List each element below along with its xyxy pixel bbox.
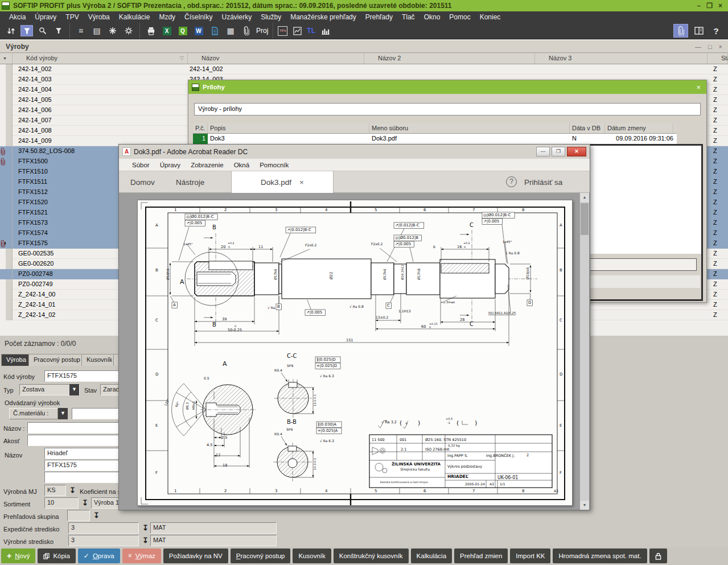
excel-export-icon[interactable]: X (161, 25, 173, 36)
column-header-1[interactable]: Kód výroby▽ (13, 53, 188, 64)
expedicne-stredisko-field[interactable]: 3 (68, 522, 139, 534)
column-header-3[interactable]: Názov 2 (364, 53, 535, 64)
sortiment-lookup-icon[interactable]: ↧ (82, 498, 88, 507)
tab-kusovnik[interactable]: Kusovník (81, 354, 117, 366)
child-minimize-button[interactable]: — (695, 43, 701, 50)
proj-button[interactable]: Proj (256, 27, 268, 35)
sign-in-link[interactable]: Prihlásiť sa (524, 171, 562, 193)
footer-button-po-iadavky-na-nv[interactable]: Požiadavky na NV (163, 548, 228, 563)
prilohy-table-row[interactable]: ▶1 Dok3 Dok3.pdf N 09.09.2016 09:31:06 (193, 134, 677, 144)
tpv-doc-icon[interactable]: TPV (278, 26, 287, 36)
child-close-button[interactable]: × (719, 43, 722, 50)
row-selector[interactable] (6, 177, 13, 187)
row-selector[interactable] (6, 136, 13, 146)
row-selector[interactable] (6, 259, 13, 269)
menu-item-mana-rske-preh-ady[interactable]: Manažérske prehľady (286, 13, 361, 21)
menu-item-pomoc[interactable]: Pomoc (445, 13, 475, 21)
menu-item-akcia[interactable]: Akcia (5, 13, 30, 21)
vyrobne-lookup-icon[interactable]: ↧ (142, 536, 149, 545)
row-selector[interactable] (6, 228, 13, 238)
menu-item-tpv[interactable]: TPV (61, 13, 83, 21)
app-close-button[interactable]: × (718, 2, 722, 10)
expedicne-lookup-icon[interactable]: ↧ (142, 523, 149, 532)
tab-close-icon[interactable]: × (299, 178, 304, 187)
row-selector[interactable] (6, 85, 13, 95)
pdf-scrollbar[interactable]: ▲ ▼ (580, 193, 589, 510)
footer-button-k-pia[interactable]: Kópia (38, 548, 75, 563)
typ-dropdown-icon[interactable]: ▼ (69, 384, 79, 395)
bar-chart-icon[interactable] (319, 25, 331, 36)
menu-item-mzdy[interactable]: Mzdy (154, 13, 180, 21)
row-selector[interactable] (6, 310, 13, 320)
chart-edit-icon[interactable] (291, 25, 303, 36)
menu-item-koniec[interactable]: Koniec (475, 13, 505, 21)
scroll-thumb[interactable] (581, 203, 589, 235)
prehladova-skupina-field[interactable] (67, 510, 90, 521)
row-selector[interactable] (6, 238, 13, 249)
footer-button-kalkul-cia[interactable]: Kalkulácia (411, 548, 452, 563)
footer-button-hromadn-zmena-spot-mat-[interactable]: Hromadná zmena spot. mat. (553, 548, 647, 563)
vyrobna-mj-field[interactable]: KS (44, 485, 66, 496)
footer-button-oprava[interactable]: ✓Oprava (78, 548, 120, 563)
print-icon[interactable] (145, 25, 157, 36)
prilohy-titlebar[interactable]: Prílohy × (188, 80, 706, 94)
acrobat-menu-zobrazenie[interactable]: Zobrazenie (187, 162, 228, 168)
column-header-2[interactable]: Názov (188, 53, 364, 64)
column-header-5[interactable]: Stav (708, 53, 728, 64)
menu-item-uz-vierky[interactable]: Uzávierky (217, 13, 256, 21)
acrobat-menu-pomocník[interactable]: Pomocník (256, 162, 293, 168)
tab-domov[interactable]: Domov (130, 171, 155, 193)
expedicne-name-field[interactable]: MAT (150, 522, 277, 534)
prilohy-column-3[interactable]: Meno súboru (369, 123, 570, 133)
sortiment-field[interactable]: 10 (44, 497, 79, 509)
prilohy-column-4[interactable]: Dáta v DB (570, 123, 605, 133)
excel-search-icon[interactable]: Q (176, 25, 189, 36)
row-selector[interactable] (6, 95, 13, 105)
footer-button-pracovn-postup[interactable]: Pracovný postup (231, 548, 291, 563)
tab-pracovny-postup[interactable]: Pracovný postup (28, 354, 85, 366)
tl-button[interactable]: TL (307, 27, 315, 35)
row-selector[interactable] (6, 156, 13, 167)
footer-button-nov-[interactable]: +Nový (1, 548, 35, 563)
footer-button-kon-truk-n-kusovn-k[interactable]: Konštrukčný kusovník (334, 548, 409, 563)
acrobat-minimize-button[interactable]: — (536, 147, 550, 156)
word-export-icon[interactable]: W (192, 25, 205, 36)
row-selector[interactable] (6, 300, 13, 310)
help-icon[interactable]: ? (710, 25, 722, 36)
footer-button-v-maz[interactable]: ×Výmaz (122, 548, 161, 563)
attachments-toggle-icon[interactable] (673, 24, 688, 38)
calculator-icon[interactable]: ▦ (224, 25, 237, 36)
mj-lookup-icon[interactable]: ↧ (69, 486, 76, 494)
menu-item-slu-by[interactable]: Služby (256, 13, 286, 21)
prehladova-lookup-icon[interactable]: ↧ (93, 511, 100, 519)
acrobat-titlebar[interactable]: A Dok3.pdf - Adobe Acrobat Reader DC — ❐… (119, 145, 590, 159)
prilohy-close-icon[interactable]: × (696, 83, 706, 92)
filter-edit-icon[interactable] (20, 25, 33, 36)
row-selector[interactable] (6, 75, 13, 85)
cmaterial-dropdown-icon[interactable]: ▼ (58, 408, 68, 419)
tab-nastroje[interactable]: Nástroje (176, 171, 204, 193)
acrobat-menu-súbor[interactable]: Súbor (128, 162, 154, 168)
help-circle-icon[interactable]: ? (506, 176, 517, 187)
vyrobne-stredisko-field[interactable]: 3 (68, 535, 139, 546)
row-selector[interactable] (6, 269, 13, 279)
legend-book-icon[interactable] (693, 25, 705, 36)
prilohy-column-5[interactable]: Dátum zmeny (605, 123, 673, 133)
tab-vyroba[interactable]: Výroba (1, 354, 31, 366)
list-icon[interactable]: ≡ (75, 25, 87, 36)
tab-document[interactable]: Dok3.pdf × (231, 171, 334, 193)
table-row[interactable]: 242-14_002242-14_002Z (0, 64, 728, 75)
footer-button-kusovn-k[interactable]: Kusovník (293, 548, 331, 563)
row-selector[interactable] (6, 290, 13, 300)
funnel-icon[interactable] (52, 25, 65, 36)
row-selector[interactable] (6, 197, 13, 208)
prilohy-column-2[interactable]: Popis (208, 123, 369, 133)
search-icon[interactable] (36, 25, 49, 36)
menu-item-v-roba[interactable]: Výroba (84, 13, 114, 21)
row-selector[interactable] (6, 187, 13, 197)
blue-doc-icon[interactable] (208, 25, 221, 36)
menu-item-kalkul-cie[interactable]: Kalkulácie (114, 13, 155, 21)
row-selector[interactable] (6, 208, 13, 218)
footer-button-lock[interactable] (649, 548, 667, 563)
cmaterial-combo[interactable]: Č.materiálu : (9, 408, 58, 419)
